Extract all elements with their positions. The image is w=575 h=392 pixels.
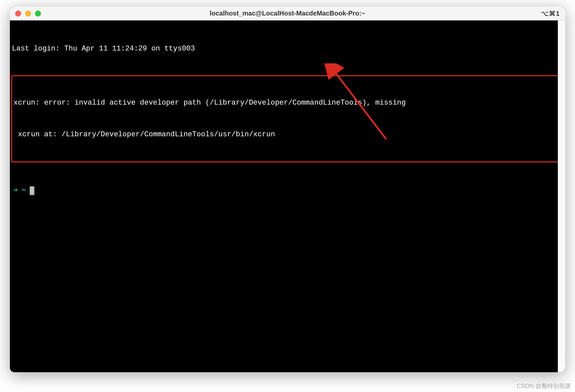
watermark: CSDN @颓特别我废	[517, 382, 571, 390]
maximize-button[interactable]	[35, 11, 41, 16]
window-shortcut-label: ⌥⌘1	[541, 10, 560, 17]
prompt-path: ~	[21, 185, 26, 196]
traffic-lights	[15, 11, 41, 16]
terminal-cursor	[30, 186, 34, 195]
prompt-line: ➜ ~	[11, 183, 564, 196]
scrollbar[interactable]	[558, 20, 565, 372]
error-line-1: xcrun: error: invalid active developer p…	[13, 98, 562, 108]
minimize-button[interactable]	[25, 11, 31, 16]
window-titlebar[interactable]: localhost_mac@LocalHost-MacdeMacBook-Pro…	[10, 7, 565, 20]
last-login-line: Last login: Thu Apr 11 11:24:29 on ttys0…	[11, 44, 564, 54]
prompt-arrow-icon: ➜	[13, 185, 17, 196]
close-button[interactable]	[15, 11, 21, 16]
error-line-2: xcrun at: /Library/Developer/CommandLine…	[13, 129, 562, 140]
window-title: localhost_mac@LocalHost-MacdeMacBook-Pro…	[210, 10, 365, 17]
terminal-body[interactable]: Last login: Thu Apr 11 11:24:29 on ttys0…	[10, 20, 565, 372]
terminal-window: localhost_mac@LocalHost-MacdeMacBook-Pro…	[10, 7, 565, 372]
error-highlight-box: xcrun: error: invalid active developer p…	[11, 75, 564, 162]
